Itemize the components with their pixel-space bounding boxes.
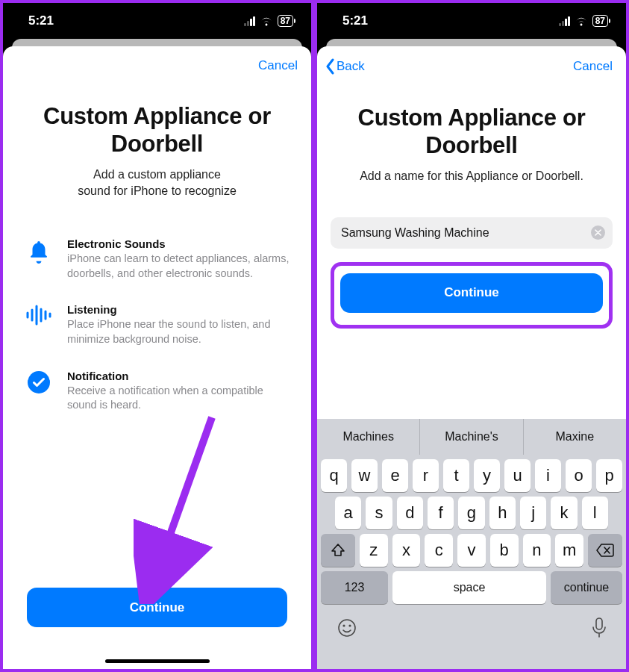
page-title: Custom Appliance or Doorbell xyxy=(331,105,613,159)
key-t[interactable]: t xyxy=(443,459,469,492)
key-n[interactable]: n xyxy=(523,534,551,567)
keyboard: Machines Machine's Maxine q w e r t y u … xyxy=(317,419,626,669)
key-r[interactable]: r xyxy=(413,459,439,492)
feature-listening: Listening Place iPhone near the sound to… xyxy=(24,303,290,346)
key-u[interactable]: u xyxy=(504,459,531,492)
return-key[interactable]: continue xyxy=(551,571,622,604)
feature-title: Electronic Sounds xyxy=(67,237,290,250)
bell-icon xyxy=(24,237,54,281)
key-e[interactable]: e xyxy=(382,459,408,492)
feature-notification: Notification Receive a notification when… xyxy=(24,370,290,413)
cellular-icon xyxy=(244,16,255,26)
suggestion-3[interactable]: Maxine xyxy=(523,419,626,455)
shift-icon xyxy=(331,543,345,558)
backspace-key[interactable] xyxy=(588,534,622,567)
status-bar: 5:21 87 xyxy=(317,3,626,39)
backspace-icon xyxy=(596,544,614,557)
emoji-key[interactable] xyxy=(337,617,357,644)
key-j[interactable]: j xyxy=(520,497,546,529)
cellular-icon xyxy=(559,16,570,26)
battery-icon: 87 xyxy=(592,15,608,27)
wifi-icon xyxy=(575,16,588,26)
svg-point-9 xyxy=(342,624,345,626)
key-z[interactable]: z xyxy=(360,534,388,567)
feature-title: Listening xyxy=(67,303,290,316)
mic-icon xyxy=(592,617,607,638)
key-v[interactable]: v xyxy=(457,534,486,567)
feature-desc: Place iPhone near the sound to listen, a… xyxy=(67,317,290,346)
suggestion-1[interactable]: Machines xyxy=(317,419,419,455)
continue-button[interactable]: Continue xyxy=(27,588,287,627)
dictation-key[interactable] xyxy=(592,617,607,644)
suggestion-2[interactable]: Machine's xyxy=(419,419,522,455)
key-w[interactable]: w xyxy=(351,459,378,492)
feature-electronic-sounds: Electronic Sounds iPhone can learn to de… xyxy=(24,237,290,281)
appliance-name-field[interactable] xyxy=(331,217,613,249)
key-s[interactable]: s xyxy=(366,497,392,529)
key-o[interactable]: o xyxy=(566,459,592,492)
page-subtitle: Add a name for this Appliance or Doorbel… xyxy=(331,168,613,184)
feature-desc: iPhone can learn to detect appliances, a… xyxy=(67,252,290,281)
modal-sheet: Cancel Custom Appliance or Doorbell Add … xyxy=(3,46,311,669)
key-x[interactable]: x xyxy=(392,534,421,567)
clock-label: 5:21 xyxy=(342,13,368,28)
feature-title: Notification xyxy=(67,370,290,382)
key-q[interactable]: q xyxy=(321,459,347,492)
key-b[interactable]: b xyxy=(490,534,519,567)
key-p[interactable]: p xyxy=(596,459,622,492)
waveform-icon xyxy=(24,303,54,346)
key-i[interactable]: i xyxy=(535,459,561,492)
checkmark-circle-icon xyxy=(24,370,54,413)
cancel-button[interactable]: Cancel xyxy=(258,58,298,73)
clock-label: 5:21 xyxy=(28,13,54,28)
xmark-icon xyxy=(595,229,601,236)
cancel-button[interactable]: Cancel xyxy=(573,59,613,74)
shift-key[interactable] xyxy=(321,534,355,567)
clear-text-button[interactable] xyxy=(591,225,605,240)
key-d[interactable]: d xyxy=(397,497,423,529)
key-c[interactable]: c xyxy=(425,534,453,567)
status-icons: 87 xyxy=(244,15,293,27)
appliance-name-input[interactable] xyxy=(341,226,591,240)
status-icons: 87 xyxy=(559,15,608,27)
continue-button[interactable]: Continue xyxy=(340,273,603,313)
key-k[interactable]: k xyxy=(551,497,577,529)
space-key[interactable]: space xyxy=(392,571,546,604)
page-subtitle: Add a custom appliance sound for iPhone … xyxy=(24,167,290,199)
annotation-highlight: Continue xyxy=(331,262,613,329)
svg-point-8 xyxy=(339,620,355,636)
key-l[interactable]: l xyxy=(582,497,608,529)
key-m[interactable]: m xyxy=(555,534,583,567)
modal-sheet: Back Cancel Custom Appliance or Doorbell… xyxy=(317,46,626,669)
key-f[interactable]: f xyxy=(428,497,454,529)
svg-rect-11 xyxy=(596,618,602,629)
key-h[interactable]: h xyxy=(489,497,516,529)
emoji-icon xyxy=(337,617,357,638)
numbers-key[interactable]: 123 xyxy=(321,571,388,604)
key-a[interactable]: a xyxy=(335,497,361,529)
wifi-icon xyxy=(260,16,273,26)
page-title: Custom Appliance or Doorbell xyxy=(24,103,290,158)
chevron-left-icon xyxy=(325,58,335,75)
key-y[interactable]: y xyxy=(474,459,500,492)
feature-desc: Receive a notification when a compatible… xyxy=(67,384,290,413)
status-bar: 5:21 87 xyxy=(3,3,311,39)
key-g[interactable]: g xyxy=(458,497,484,529)
back-button[interactable]: Back xyxy=(325,58,365,75)
battery-icon: 87 xyxy=(278,15,293,27)
suggestion-bar: Machines Machine's Maxine xyxy=(317,419,626,455)
home-indicator[interactable] xyxy=(105,659,210,663)
svg-point-10 xyxy=(348,624,351,626)
